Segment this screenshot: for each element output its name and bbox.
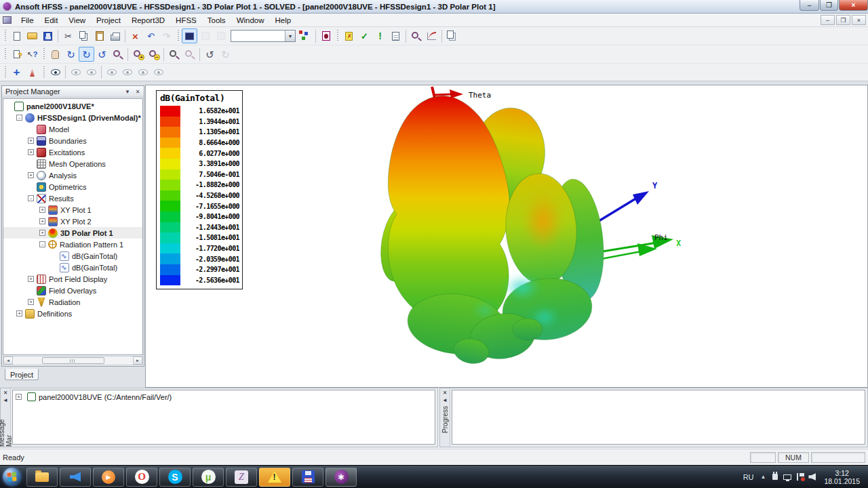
- skype-button[interactable]: S: [159, 468, 191, 487]
- network-icon[interactable]: [783, 474, 791, 480]
- expander[interactable]: -: [16, 115, 22, 121]
- horizontal-scrollbar[interactable]: ◄ ►: [3, 356, 143, 365]
- menu-hfss[interactable]: HFSS: [170, 15, 202, 26]
- expander[interactable]: +: [28, 276, 34, 282]
- menu-file[interactable]: File: [16, 15, 39, 26]
- tree-item-port-field-display[interactable]: +Port Field Display: [3, 273, 142, 285]
- show-selected-button[interactable]: [83, 65, 99, 80]
- tree-item-analysis[interactable]: +Analysis: [3, 169, 142, 181]
- validate-button[interactable]: ✓: [357, 28, 372, 43]
- utorrent-button[interactable]: µ: [193, 468, 224, 487]
- tree-item-excitations[interactable]: +Excitations: [3, 146, 142, 158]
- toolbar-grip[interactable]: [336, 30, 339, 42]
- panel-close-icon[interactable]: ✕: [1, 389, 9, 396]
- redo-button[interactable]: ↷: [159, 28, 174, 43]
- graphics-app-button[interactable]: Z: [226, 468, 257, 487]
- hidden-view-button[interactable]: [104, 65, 119, 80]
- copy-image-button[interactable]: [444, 28, 460, 43]
- pan-button[interactable]: [47, 47, 63, 62]
- tree-item-xy-plot-1[interactable]: +XY Plot 1: [3, 204, 142, 216]
- help-button[interactable]: [9, 47, 24, 62]
- tree-item-xy-plot-2[interactable]: +XY Plot 2: [3, 216, 142, 227]
- zoom-dynamic-button[interactable]: [110, 47, 125, 62]
- undo-button[interactable]: ↶: [143, 28, 159, 43]
- toolbar-grip[interactable]: [176, 30, 180, 42]
- hfss-app-button[interactable]: ∗: [326, 468, 357, 487]
- menu-tools[interactable]: Tools: [202, 15, 231, 26]
- view-redo-button[interactable]: ↻: [218, 47, 233, 62]
- show-all-button[interactable]: [47, 65, 63, 80]
- insert-design-button[interactable]: +: [9, 65, 24, 80]
- scroll-right-icon[interactable]: ►: [133, 357, 142, 365]
- message-item[interactable]: + panel2000V18UVE (C:/Antenn/Fail/Ver/): [16, 392, 432, 401]
- start-button[interactable]: [3, 468, 21, 486]
- copy-button[interactable]: [76, 28, 92, 43]
- opera-button[interactable]: O: [126, 468, 157, 487]
- close-button[interactable]: ×: [839, 0, 868, 11]
- tray-volume-icon[interactable]: [808, 473, 816, 481]
- open-file-button[interactable]: [24, 28, 40, 43]
- expander[interactable]: +: [16, 394, 22, 400]
- design-combobox[interactable]: ▼: [231, 30, 296, 42]
- menu-view[interactable]: View: [63, 15, 91, 26]
- message-manager-content[interactable]: + panel2000V18UVE (C:/Antenn/Fail/Ver/): [12, 390, 435, 445]
- panel-collapse-icon[interactable]: ◄: [1, 396, 9, 404]
- tree-item-optimetrics[interactable]: Optimetrics: [3, 181, 142, 192]
- expander[interactable]: +: [16, 310, 22, 317]
- hidden-icons-chevron-icon[interactable]: ▲: [761, 474, 766, 480]
- expander[interactable]: -: [39, 241, 45, 247]
- toolbar-grip[interactable]: [3, 66, 7, 79]
- expander[interactable]: +: [28, 138, 34, 144]
- tree-item-field-overlays[interactable]: Field Overlays: [3, 285, 142, 296]
- expander[interactable]: +: [39, 230, 45, 236]
- expander[interactable]: +: [39, 218, 45, 224]
- analyze-all-button[interactable]: !: [372, 28, 388, 43]
- tree-item-definitions[interactable]: +Definitions: [3, 308, 142, 319]
- expander[interactable]: +: [28, 149, 34, 155]
- media-player-button[interactable]: ▶: [93, 468, 124, 487]
- warning-app-button[interactable]: [259, 468, 290, 487]
- mdi-document-icon[interactable]: [3, 16, 12, 24]
- panel-close-icon[interactable]: ✕: [441, 389, 449, 396]
- context-help-button[interactable]: ↖?: [24, 47, 40, 62]
- rotate-center-button[interactable]: ↻: [79, 47, 94, 62]
- tree-item-mesh-operations[interactable]: Mesh Operations: [3, 158, 142, 169]
- hidden-view-button[interactable]: [119, 65, 135, 80]
- tree-item-design[interactable]: -HFSSDesign1 (DrivenModal)*: [3, 112, 142, 123]
- restore-button[interactable]: ❐: [820, 0, 838, 11]
- expander[interactable]: -: [28, 195, 34, 201]
- plot-view[interactable]: dB(GainTotal) 1.6582e+001 1.3944e+001 1.…: [145, 85, 868, 388]
- expander[interactable]: +: [28, 172, 34, 178]
- panel-close-icon[interactable]: ✕: [133, 87, 142, 96]
- ghost-tool-button[interactable]: [213, 28, 229, 43]
- select-window-button[interactable]: [182, 28, 197, 43]
- tree-item-3d-polar-plot-1[interactable]: +3D Polar Plot 1: [3, 227, 142, 239]
- panel-menu-icon[interactable]: ▼: [123, 87, 132, 96]
- action-center-flag-icon[interactable]: [797, 473, 803, 481]
- hidden-view-button[interactable]: [151, 65, 166, 80]
- delete-button[interactable]: ×: [127, 28, 143, 43]
- solver-button[interactable]: [318, 28, 334, 43]
- tree-item-project[interactable]: panel2000V18UVE*: [3, 100, 142, 112]
- scroll-left-icon[interactable]: ◄: [3, 357, 13, 365]
- fit-selection-button[interactable]: [182, 47, 197, 62]
- ghost-tool-button[interactable]: [197, 28, 213, 43]
- menu-help[interactable]: Help: [270, 15, 297, 26]
- view-undo-button[interactable]: ↺: [202, 47, 218, 62]
- zoom-in-button[interactable]: +: [130, 47, 146, 62]
- hide-selected-button[interactable]: [68, 65, 83, 80]
- solution-data-button[interactable]: [388, 28, 403, 43]
- menu-project[interactable]: Project: [91, 15, 126, 26]
- zoom-out-button[interactable]: −: [146, 47, 161, 62]
- cut-button[interactable]: ✂: [60, 28, 76, 43]
- rotate-z-button[interactable]: ↺: [94, 47, 110, 62]
- explorer-button[interactable]: [26, 468, 58, 487]
- tree-item-model[interactable]: Model: [3, 123, 142, 135]
- clock[interactable]: 3:12 18.01.2015: [824, 469, 860, 485]
- radiation-pattern-3d-plot[interactable]: Theta Y Phi X: [370, 85, 858, 377]
- expander[interactable]: +: [28, 299, 34, 305]
- new-file-button[interactable]: [9, 28, 24, 43]
- save-tool-button[interactable]: [292, 468, 323, 487]
- rotate-x-button[interactable]: ↻: [63, 47, 79, 62]
- tree-item-trace[interactable]: dB(GainTotal): [3, 250, 142, 262]
